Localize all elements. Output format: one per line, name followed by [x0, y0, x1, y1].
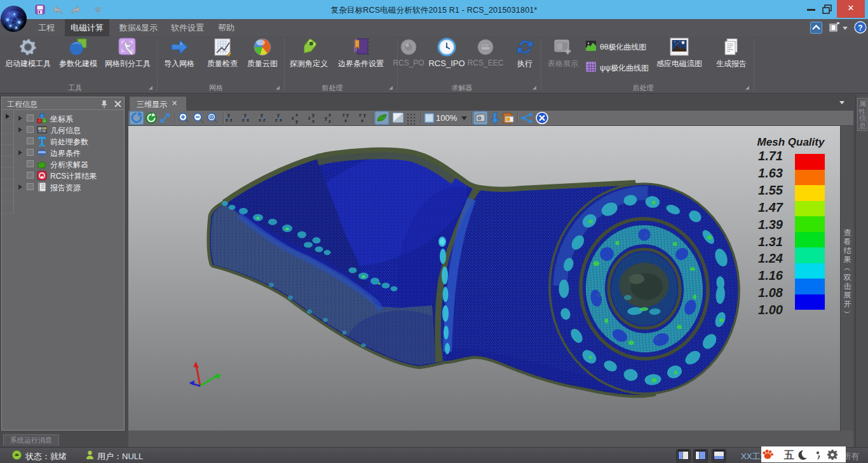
svg-text:x: x [280, 118, 282, 122]
svg-text:y: y [261, 113, 263, 118]
svg-text:y: y [312, 113, 315, 118]
svg-text:x: x [344, 118, 347, 123]
svg-text:y: y [244, 113, 247, 118]
svg-text:x: x [295, 113, 298, 117]
svg-text:z: z [292, 116, 294, 120]
svg-text:y: y [363, 113, 366, 118]
svg-text:z: z [329, 119, 331, 123]
svg-text:x: x [247, 118, 249, 122]
svg-text:y: y [325, 116, 327, 121]
svg-text:z: z [359, 113, 362, 117]
svg-text:x: x [312, 119, 315, 123]
svg-text:z: z [342, 113, 345, 117]
svg-text:y: y [277, 113, 280, 118]
svg-text:?: ? [858, 24, 862, 32]
svg-text:y: y [346, 113, 349, 118]
svg-text:z: z [230, 118, 233, 122]
svg-text:x: x [361, 118, 363, 123]
svg-text:y: y [295, 119, 298, 124]
svg-text:z: z [263, 118, 266, 122]
svg-text:y: y [227, 113, 230, 118]
svg-text:x: x [329, 113, 331, 117]
svg-text:z: z [308, 116, 311, 120]
svg-text:五: 五 [783, 450, 794, 460]
svg-text:100%: 100% [436, 113, 458, 123]
